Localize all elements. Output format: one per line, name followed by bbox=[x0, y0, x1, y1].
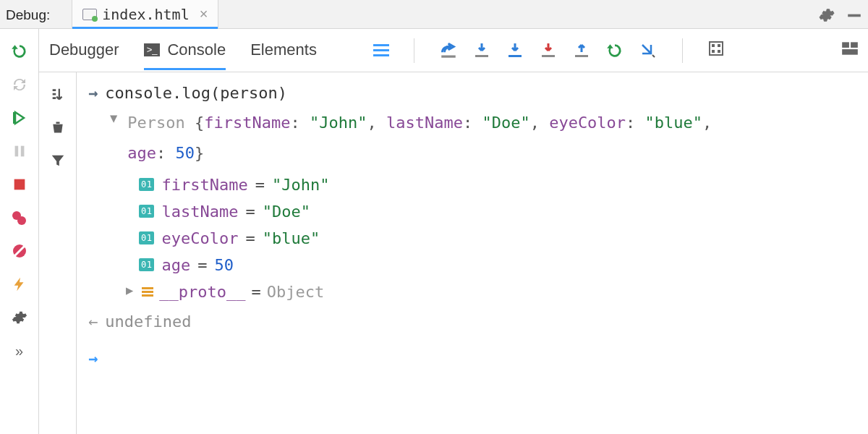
mute-breakpoints-icon[interactable] bbox=[10, 242, 29, 260]
svg-rect-3 bbox=[20, 146, 24, 157]
step-out-icon[interactable] bbox=[572, 41, 591, 60]
property-name: eyeColor bbox=[161, 229, 238, 247]
console-prompt[interactable]: → bbox=[88, 331, 856, 367]
property-name: lastName bbox=[161, 203, 238, 221]
step-into-icon[interactable] bbox=[472, 41, 491, 60]
proto-icon bbox=[142, 287, 153, 297]
svg-rect-17 bbox=[718, 50, 720, 53]
proto-value: Object bbox=[267, 283, 324, 301]
console-object-summary[interactable]: ▼ Person {firstName: "John", lastName: "… bbox=[88, 105, 856, 171]
svg-rect-12 bbox=[575, 55, 588, 57]
object-property-row[interactable]: 01firstName="John" bbox=[88, 171, 856, 198]
property-value: "John" bbox=[272, 176, 329, 194]
svg-rect-20 bbox=[842, 49, 858, 55]
svg-rect-14 bbox=[712, 44, 715, 47]
svg-rect-15 bbox=[718, 44, 720, 47]
clear-console-icon[interactable] bbox=[49, 119, 67, 136]
view-menu-icon[interactable] bbox=[373, 44, 389, 56]
svg-rect-13 bbox=[710, 42, 723, 55]
object-property-row[interactable]: 01lastName="Doe" bbox=[88, 198, 856, 225]
summary-age: 50 bbox=[176, 144, 195, 162]
svg-rect-4 bbox=[14, 179, 25, 190]
console-input-text: console.log(person) bbox=[105, 84, 287, 102]
property-name: age bbox=[161, 256, 190, 274]
lightning-icon[interactable] bbox=[10, 275, 29, 294]
tab-console[interactable]: >_ Console bbox=[144, 32, 226, 70]
svg-rect-10 bbox=[509, 55, 522, 57]
equals: = bbox=[251, 283, 260, 301]
console-input-row: → console.log(person) bbox=[88, 81, 856, 105]
console-return-row: ← undefined bbox=[88, 301, 856, 331]
rerun-icon[interactable] bbox=[10, 42, 29, 61]
tab-console-label: Console bbox=[167, 41, 226, 59]
resume-icon[interactable] bbox=[10, 109, 29, 127]
field-badge-icon: 01 bbox=[139, 205, 154, 218]
summary-eyeColor: "blue" bbox=[645, 114, 702, 132]
tab-debugger[interactable]: Debugger bbox=[49, 32, 119, 70]
field-badge-icon: 01 bbox=[139, 231, 154, 244]
stop-icon[interactable] bbox=[10, 175, 29, 194]
tab-debugger-label: Debugger bbox=[49, 41, 119, 59]
svg-rect-2 bbox=[14, 146, 18, 157]
evaluate-expression-icon[interactable] bbox=[707, 40, 726, 61]
file-tab[interactable]: index.html × bbox=[72, 0, 218, 28]
breakpoints-icon[interactable] bbox=[10, 208, 29, 227]
drop-frame-icon[interactable] bbox=[639, 41, 658, 60]
run-to-cursor-icon[interactable] bbox=[605, 41, 624, 60]
tab-elements[interactable]: Elements bbox=[250, 32, 317, 70]
proto-label: __proto__ bbox=[159, 283, 245, 301]
divider bbox=[414, 38, 414, 63]
toggle-tree-icon[interactable] bbox=[49, 85, 67, 103]
svg-rect-0 bbox=[848, 14, 861, 17]
svg-point-6 bbox=[17, 216, 26, 225]
svg-rect-19 bbox=[851, 42, 858, 48]
return-value: undefined bbox=[105, 312, 191, 331]
return-arrow-icon: ← bbox=[88, 312, 98, 331]
smart-step-into-icon[interactable] bbox=[539, 41, 558, 60]
object-property-row[interactable]: 01eyeColor="blue" bbox=[88, 225, 856, 252]
property-name: firstName bbox=[161, 176, 247, 194]
close-tab-icon[interactable]: × bbox=[200, 6, 208, 22]
property-value: "blue" bbox=[263, 229, 320, 247]
field-badge-icon: 01 bbox=[139, 178, 154, 191]
settings-icon[interactable] bbox=[819, 7, 833, 22]
svg-rect-1 bbox=[13, 112, 15, 124]
step-over-icon[interactable] bbox=[439, 41, 458, 60]
console-badge-icon: >_ bbox=[144, 43, 161, 56]
input-arrow-icon: → bbox=[88, 84, 98, 102]
sync-icon bbox=[10, 75, 29, 94]
html-file-icon bbox=[82, 7, 96, 21]
property-value: 50 bbox=[214, 256, 234, 274]
svg-rect-8 bbox=[441, 55, 456, 57]
svg-rect-9 bbox=[475, 55, 488, 57]
collapse-caret-icon[interactable]: ▶ bbox=[126, 283, 133, 297]
summary-lastName: "Doe" bbox=[482, 114, 529, 132]
force-step-into-icon[interactable] bbox=[506, 41, 524, 60]
debug-settings-icon[interactable] bbox=[10, 308, 29, 327]
tab-elements-label: Elements bbox=[250, 41, 317, 59]
svg-rect-16 bbox=[712, 50, 715, 53]
object-property-row[interactable]: 01age=50 bbox=[88, 252, 856, 278]
minimize-icon[interactable] bbox=[846, 7, 861, 22]
expand-caret-icon[interactable]: ▼ bbox=[110, 106, 117, 129]
summary-firstName: "John" bbox=[310, 114, 367, 132]
svg-rect-18 bbox=[842, 42, 849, 48]
svg-rect-11 bbox=[542, 55, 555, 57]
filter-icon[interactable] bbox=[49, 152, 67, 169]
file-tab-label: index.html bbox=[102, 6, 189, 23]
layout-icon[interactable] bbox=[841, 39, 859, 61]
object-constructor-name: Person bbox=[127, 114, 184, 132]
proto-row[interactable]: ▶ __proto__ = Object bbox=[88, 278, 856, 301]
pause-icon bbox=[10, 142, 29, 161]
divider bbox=[682, 38, 683, 63]
field-badge-icon: 01 bbox=[139, 258, 154, 271]
more-icon[interactable]: » bbox=[10, 341, 29, 360]
property-value: "Doe" bbox=[263, 203, 310, 221]
panel-title: Debug: bbox=[6, 6, 50, 23]
